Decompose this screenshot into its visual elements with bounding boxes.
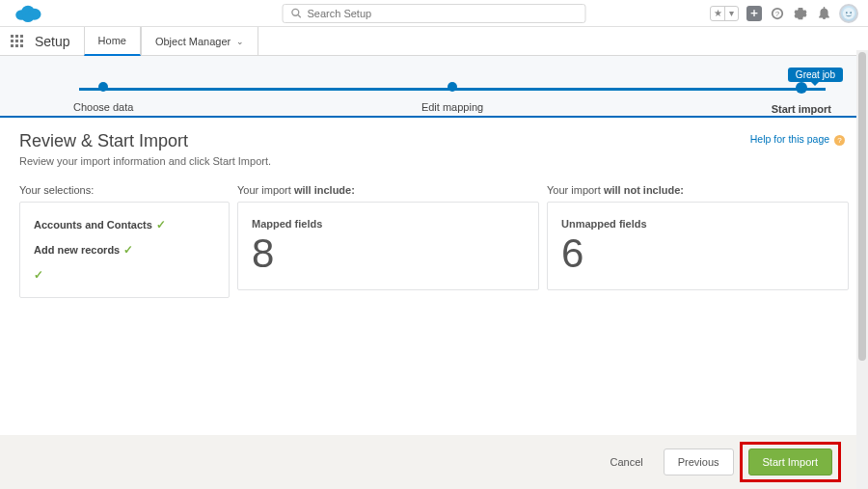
app-nav: Setup Home Object Manager ⌄ <box>0 27 868 56</box>
scrollbar-thumb[interactable] <box>858 52 866 361</box>
check-icon: ✓ <box>123 243 133 257</box>
selections-card: Accounts and Contacts ✓ Add new records … <box>19 202 230 298</box>
wizard-footer: Cancel Previous Start Import <box>0 435 868 489</box>
title-bold: will not include: <box>604 184 684 196</box>
help-for-page-link[interactable]: Help for this page ? <box>750 133 845 146</box>
avatar[interactable] <box>839 4 858 23</box>
svg-rect-11 <box>11 35 14 38</box>
search-icon <box>291 8 302 18</box>
app-launcher-icon[interactable] <box>0 27 35 55</box>
help-icon[interactable]: ? <box>770 6 785 21</box>
title-bold: will include: <box>294 184 355 196</box>
svg-line-5 <box>298 15 301 18</box>
vertical-scrollbar[interactable] <box>856 50 868 489</box>
wizard-step-edit-mapping[interactable]: Edit mapping <box>421 82 483 115</box>
selection-text: Accounts and Contacts <box>34 219 152 231</box>
global-search[interactable] <box>283 4 586 23</box>
header-utility-icons: ★ ▾ ＋ ? <box>710 4 858 23</box>
selection-item: Accounts and Contacts ✓ <box>34 218 215 231</box>
step-dot-icon <box>448 82 457 92</box>
app-title: Setup <box>35 27 84 55</box>
step-dot-icon <box>796 82 807 94</box>
include-column: Your import will include: Mapped fields … <box>237 184 539 298</box>
svg-point-4 <box>292 9 299 15</box>
check-icon: ✓ <box>156 218 166 231</box>
svg-point-3 <box>22 14 34 22</box>
exclude-card: Unmapped fields 6 <box>547 202 849 290</box>
tab-label: Object Manager <box>155 36 231 47</box>
help-bubble-icon: ? <box>834 135 845 146</box>
tab-home[interactable]: Home <box>84 27 141 56</box>
svg-point-9 <box>846 12 848 14</box>
svg-point-10 <box>850 12 852 14</box>
stat-label: Mapped fields <box>252 218 525 230</box>
include-title: Your import will include: <box>237 184 539 196</box>
star-icon: ★ <box>711 7 724 20</box>
svg-rect-16 <box>20 40 23 42</box>
tab-label: Home <box>98 35 126 46</box>
selection-item: Add new records ✓ <box>34 243 215 257</box>
bell-icon[interactable] <box>816 6 831 21</box>
step-label: Choose data <box>73 101 133 113</box>
wizard-step-start-import[interactable]: Start import <box>772 82 831 115</box>
selections-title: Your selections: <box>19 184 230 196</box>
exclude-column: Your import will not include: Unmapped f… <box>547 184 849 298</box>
step-label: Start import <box>772 103 831 115</box>
svg-rect-15 <box>15 40 18 42</box>
page-subtitle: Review your import information and click… <box>19 155 849 167</box>
stat-value: 6 <box>561 233 834 274</box>
help-link-text: Help for this page <box>750 133 829 145</box>
step-label: Edit mapping <box>421 101 483 113</box>
svg-point-8 <box>843 7 854 18</box>
svg-rect-17 <box>11 44 14 47</box>
wizard-progress: Great job Choose data Edit mapping Start… <box>0 56 868 118</box>
page-title: Review & Start Import <box>19 131 849 151</box>
svg-rect-19 <box>20 44 23 47</box>
global-header: ★ ▾ ＋ ? <box>0 0 868 27</box>
svg-text:?: ? <box>775 9 780 17</box>
svg-rect-18 <box>15 44 18 47</box>
include-card: Mapped fields 8 <box>237 202 539 290</box>
step-dot-icon <box>98 82 108 92</box>
main-content: Help for this page ? Review & Start Impo… <box>0 118 868 312</box>
wizard-tooltip: Great job <box>788 68 843 82</box>
search-input[interactable] <box>308 8 578 19</box>
wizard-step-choose-data[interactable]: Choose data <box>73 82 133 115</box>
chevron-down-icon: ▾ <box>724 7 738 20</box>
tab-object-manager[interactable]: Object Manager ⌄ <box>141 27 258 55</box>
start-import-button[interactable]: Start Import <box>748 448 832 475</box>
cancel-button[interactable]: Cancel <box>595 448 657 475</box>
title-prefix: Your import <box>547 184 604 196</box>
check-icon: ✓ <box>34 268 215 282</box>
svg-rect-13 <box>20 35 23 38</box>
salesforce-logo-icon <box>14 3 42 24</box>
svg-rect-12 <box>15 35 18 38</box>
highlight-annotation: Start Import <box>740 442 841 482</box>
title-prefix: Your import <box>237 184 294 196</box>
previous-button[interactable]: Previous <box>664 448 734 475</box>
selection-text: Add new records <box>34 244 120 256</box>
selections-column: Your selections: Accounts and Contacts ✓… <box>19 184 230 298</box>
exclude-title: Your import will not include: <box>547 184 849 196</box>
favorites-toggle[interactable]: ★ ▾ <box>710 6 739 21</box>
global-add-icon[interactable]: ＋ <box>746 6 762 21</box>
svg-rect-14 <box>11 40 14 42</box>
stat-value: 8 <box>252 233 525 274</box>
chevron-down-icon: ⌄ <box>236 37 244 46</box>
stat-label: Unmapped fields <box>561 218 834 230</box>
gear-icon[interactable] <box>793 6 808 21</box>
